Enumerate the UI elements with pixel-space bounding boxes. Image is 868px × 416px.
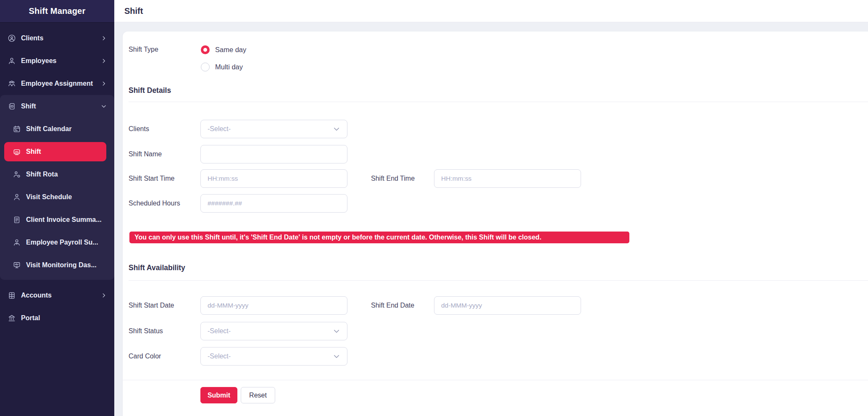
shift-calendar-icon	[13, 125, 21, 133]
employee-assignment-icon	[8, 79, 16, 88]
shift-status-label: Shift Status	[129, 327, 163, 335]
radio-selected-icon[interactable]	[201, 45, 210, 54]
clients-select[interactable]: -Select-	[200, 120, 347, 138]
shift-name-label: Shift Name	[129, 150, 162, 158]
shift-name-input[interactable]	[200, 145, 347, 163]
sidebar-group-shift: Shift Shift Calendar Shift	[0, 95, 114, 280]
shift-start-date-label: Shift Start Date	[129, 302, 174, 309]
chevron-down-icon	[333, 353, 340, 360]
sidebar: Shift Manager Clients Employees E	[0, 0, 114, 416]
sidebar-item-label: Shift	[21, 103, 101, 110]
shift-end-time-label: Shift End Time	[371, 175, 415, 182]
sidebar-item-clients[interactable]: Clients	[0, 27, 114, 50]
shift-rota-icon	[13, 170, 21, 179]
sidebar-item-client-invoice-summary[interactable]: Client Invoice Summa...	[0, 208, 114, 231]
shift-status-select[interactable]: -Select-	[200, 322, 347, 340]
sidebar-item-visit-monitoring-dashboard[interactable]: Visit Monitoring Das...	[0, 254, 114, 276]
clients-icon	[8, 34, 16, 42]
chevron-down-icon	[101, 103, 107, 109]
sidebar-item-visit-schedule[interactable]: Visit Schedule	[0, 186, 114, 208]
section-divider	[129, 102, 868, 102]
radio-unselected-icon[interactable]	[201, 63, 210, 71]
clients-label: Clients	[129, 125, 149, 133]
sidebar-item-label: Client Invoice Summa...	[26, 216, 107, 224]
sidebar-item-accounts[interactable]: Accounts	[0, 284, 114, 307]
submit-button[interactable]: Submit	[200, 387, 237, 403]
sidebar-item-label: Clients	[21, 34, 101, 42]
shift-type-label: Shift Type	[129, 46, 158, 53]
chevron-right-icon	[101, 81, 107, 87]
radio-label: Same day	[215, 46, 246, 54]
shift-end-date-input[interactable]	[434, 296, 581, 315]
chevron-right-icon	[101, 292, 107, 298]
shift-start-date-input[interactable]	[200, 296, 347, 315]
visit-monitoring-icon	[13, 261, 21, 269]
card-color-select[interactable]: -Select-	[200, 347, 347, 366]
sidebar-item-label: Shift	[26, 148, 102, 155]
chevron-down-icon	[333, 327, 340, 335]
shift-icon	[8, 102, 16, 111]
sidebar-item-label: Employee Assignment	[21, 80, 101, 87]
sidebar-item-label: Accounts	[21, 292, 101, 299]
app-title: Shift Manager	[29, 6, 86, 16]
sidebar-item-label: Visit Monitoring Das...	[26, 261, 107, 269]
sidebar-nav: Clients Employees Employee Assignment	[0, 22, 114, 329]
sidebar-item-label: Portal	[21, 314, 107, 322]
sidebar-item-label: Shift Calendar	[26, 125, 107, 133]
accounts-icon	[8, 291, 16, 300]
scheduled-hours-input[interactable]	[200, 194, 347, 213]
footer-divider	[123, 380, 868, 380]
sidebar-item-shift-calendar[interactable]: Shift Calendar	[0, 118, 114, 140]
shift-form-card: Shift Type Same day Multi day Shift Deta…	[123, 32, 868, 416]
chevron-right-icon	[101, 35, 107, 41]
sidebar-group-toggle-shift[interactable]: Shift	[0, 95, 114, 118]
radio-multi-day[interactable]: Multi day	[201, 63, 243, 71]
sidebar-item-label: Employee Payroll Su...	[26, 239, 107, 246]
employee-payroll-icon	[13, 238, 21, 247]
sidebar-item-employees[interactable]: Employees	[0, 50, 114, 72]
shift-card-icon	[13, 147, 21, 156]
shift-end-time-input[interactable]	[434, 169, 581, 188]
chevron-down-icon	[333, 125, 340, 133]
shift-start-time-label: Shift Start Time	[129, 175, 174, 182]
shift-closure-warning: You can only use this Shift until, it's …	[129, 232, 629, 243]
radio-label: Multi day	[215, 63, 243, 71]
sidebar-item-label: Employees	[21, 57, 101, 65]
sidebar-item-shift[interactable]: Shift	[4, 142, 106, 161]
sidebar-item-employee-payroll-summary[interactable]: Employee Payroll Su...	[0, 231, 114, 254]
section-heading-details: Shift Details	[129, 86, 171, 95]
sidebar-item-employee-assignment[interactable]: Employee Assignment	[0, 72, 114, 95]
sidebar-item-portal[interactable]: Portal	[0, 307, 114, 329]
client-invoice-icon	[13, 216, 21, 224]
page-title: Shift	[124, 6, 143, 16]
chevron-right-icon	[101, 58, 107, 64]
shift-start-time-input[interactable]	[200, 169, 347, 188]
topbar: Shift	[114, 0, 868, 22]
employees-icon	[8, 57, 16, 65]
scheduled-hours-label: Scheduled Hours	[129, 200, 180, 207]
portal-icon	[8, 314, 16, 322]
reset-button[interactable]: Reset	[241, 387, 275, 403]
card-color-label: Card Color	[129, 353, 161, 360]
sidebar-header: Shift Manager	[0, 0, 114, 22]
sidebar-item-label: Visit Schedule	[26, 193, 107, 201]
sidebar-item-shift-rota[interactable]: Shift Rota	[0, 163, 114, 186]
radio-same-day[interactable]: Same day	[201, 45, 246, 54]
section-heading-availability: Shift Availability	[129, 263, 185, 272]
sidebar-item-label: Shift Rota	[26, 171, 107, 178]
visit-schedule-icon	[13, 193, 21, 201]
shift-end-date-label: Shift End Date	[371, 302, 414, 309]
section-divider	[129, 280, 868, 281]
